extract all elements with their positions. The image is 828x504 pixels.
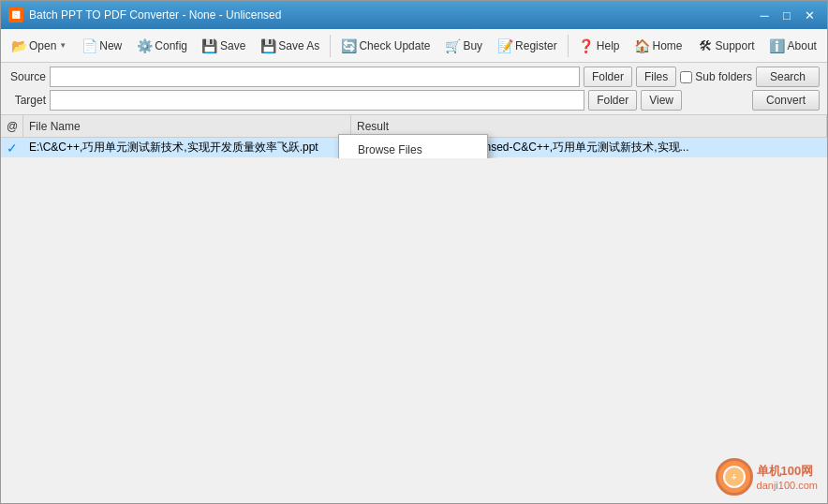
save-as-icon: 💾 [260, 38, 275, 53]
separator-2 [568, 35, 569, 57]
input-area: Source Folder Files Sub folders Search T… [1, 63, 827, 115]
save-as-button[interactable]: 💾 Save As [254, 35, 326, 57]
toolbar: 📂 Open ▼ 📄 New ⚙️ Config 💾 Save 💾 Save A… [1, 29, 827, 63]
context-menu: Browse Files View Source Open Source Vie… [338, 134, 488, 158]
save-button[interactable]: 💾 Save [196, 35, 252, 57]
check-update-button[interactable]: 🔄 Check Update [334, 35, 436, 57]
target-row: Target Folder View Convert [8, 90, 820, 111]
context-menu-browse-files[interactable]: Browse Files [339, 139, 487, 158]
title-text: Batch PPT TO PDF Converter - None - Unli… [29, 8, 281, 22]
new-icon: 📄 [81, 38, 96, 53]
buy-button[interactable]: 🛒 Buy [438, 35, 489, 57]
open-button[interactable]: 📂 Open ▼ [5, 35, 73, 57]
source-label: Source [8, 70, 46, 83]
support-button[interactable]: 🛠 Support [691, 35, 761, 57]
watermark-logo: + [716, 458, 753, 496]
file-list-area: @ File Name Result ✓ E:\C&C++,巧用单元测试新技术,… [1, 115, 827, 158]
home-icon: 🏠 [634, 38, 649, 53]
check-icon: ✓ [7, 141, 18, 156]
watermark-url: danji100.com [757, 480, 818, 491]
subfolders-label: Sub folders [680, 70, 752, 83]
about-icon: ℹ️ [770, 38, 785, 53]
source-folder-button[interactable]: Folder [584, 67, 632, 87]
source-row: Source Folder Files Sub folders Search [8, 67, 820, 87]
support-icon: 🛠 [698, 38, 713, 53]
check-update-icon: 🔄 [341, 38, 356, 53]
app-icon: 🅱 [8, 7, 23, 22]
maximize-button[interactable]: □ [776, 5, 797, 25]
title-bar: 🅱 Batch PPT TO PDF Converter - None - Un… [1, 1, 827, 29]
open-icon: 📂 [11, 38, 26, 53]
watermark-area: + 单机100网 danji100.com [716, 458, 818, 496]
register-icon: 📝 [497, 38, 512, 53]
minimize-button[interactable]: ─ [754, 5, 775, 25]
main-content: @ File Name Result ✓ E:\C&C++,巧用单元测试新技术,… [1, 115, 827, 503]
save-icon: 💾 [202, 38, 217, 53]
home-button[interactable]: 🏠 Home [628, 35, 688, 57]
subfolders-checkbox[interactable] [680, 71, 692, 83]
about-button[interactable]: ℹ️ About [763, 35, 823, 57]
convert-button[interactable]: Convert [752, 90, 820, 111]
bottom-area: @ File Name Result ✓ E:\C&C++,巧用单元测试新技术,… [1, 115, 827, 503]
separator-1 [330, 35, 331, 57]
config-icon: ⚙️ [137, 38, 152, 53]
col-header-filename: File Name [23, 115, 351, 137]
help-icon: ❓ [579, 38, 594, 53]
open-dropdown-arrow: ▼ [59, 41, 67, 50]
target-input[interactable] [50, 90, 584, 111]
help-button[interactable]: ❓ Help [572, 35, 627, 57]
source-input[interactable] [50, 67, 580, 87]
register-button[interactable]: 📝 Register [491, 35, 564, 57]
close-button[interactable]: ✕ [799, 5, 820, 25]
buy-icon: 🛒 [445, 38, 460, 53]
config-button[interactable]: ⚙️ Config [130, 35, 194, 57]
search-button[interactable]: Search [756, 67, 820, 87]
new-button[interactable]: 📄 New [75, 35, 128, 57]
row-filename: E:\C&C++,巧用单元测试新技术,实现开发质量效率飞跃.ppt [23, 138, 351, 157]
target-view-button[interactable]: View [641, 90, 682, 111]
target-folder-button[interactable]: Folder [588, 90, 637, 111]
row-check: ✓ [1, 138, 23, 157]
source-files-button[interactable]: Files [636, 67, 676, 87]
col-header-check: @ [1, 115, 23, 137]
watermark-text: 单机100网 [757, 463, 818, 480]
target-label: Target [8, 94, 46, 107]
